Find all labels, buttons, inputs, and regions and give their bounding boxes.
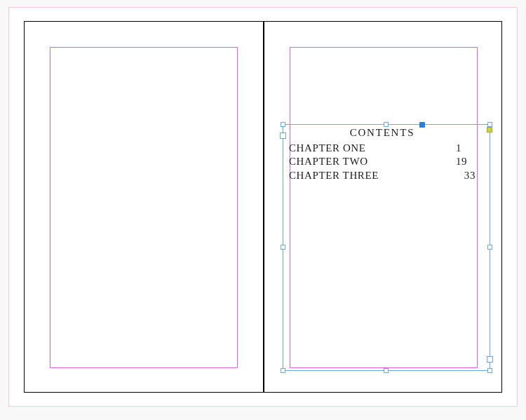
toc-chapter: CHAPTER TWO bbox=[289, 155, 368, 169]
resize-handle-top-left[interactable] bbox=[281, 122, 285, 127]
toc-page: 1 bbox=[456, 142, 476, 156]
resize-handle-top-right[interactable] bbox=[487, 122, 492, 127]
resize-handle-bottom-left[interactable] bbox=[281, 368, 285, 373]
text-in-port[interactable] bbox=[280, 133, 286, 139]
toc-page: 33 bbox=[447, 169, 476, 183]
toc-content[interactable]: CONTENTS CHAPTER ONE 1 CHAPTER TWO 19 CH… bbox=[289, 126, 476, 182]
toc-text-frame[interactable]: CONTENTS CHAPTER ONE 1 CHAPTER TWO 19 CH… bbox=[283, 124, 490, 371]
frame-anchor-indicator[interactable] bbox=[487, 127, 492, 133]
page-spread: CONTENTS CHAPTER ONE 1 CHAPTER TWO 19 CH… bbox=[24, 21, 502, 393]
text-out-port[interactable] bbox=[487, 356, 493, 363]
toc-title: CONTENTS bbox=[289, 126, 476, 140]
toc-chapter: CHAPTER THREE bbox=[289, 169, 379, 183]
spine-divider bbox=[263, 22, 264, 392]
toc-row: CHAPTER ONE 1 bbox=[289, 142, 476, 156]
resize-handle-bottom-right[interactable] bbox=[487, 368, 492, 373]
resize-handle-left-middle[interactable] bbox=[281, 245, 285, 250]
toc-chapter: CHAPTER ONE bbox=[289, 142, 366, 156]
resize-handle-bottom-middle[interactable] bbox=[384, 368, 389, 373]
frame-reference-point[interactable] bbox=[419, 122, 425, 128]
toc-row: CHAPTER TWO 19 bbox=[289, 155, 476, 169]
resize-handle-right-middle[interactable] bbox=[487, 245, 492, 250]
toc-row: CHAPTER THREE 33 bbox=[289, 169, 476, 183]
resize-handle-top-middle[interactable] bbox=[384, 122, 389, 127]
toc-page: 19 bbox=[456, 155, 476, 169]
left-page-margin-guide bbox=[50, 47, 238, 368]
